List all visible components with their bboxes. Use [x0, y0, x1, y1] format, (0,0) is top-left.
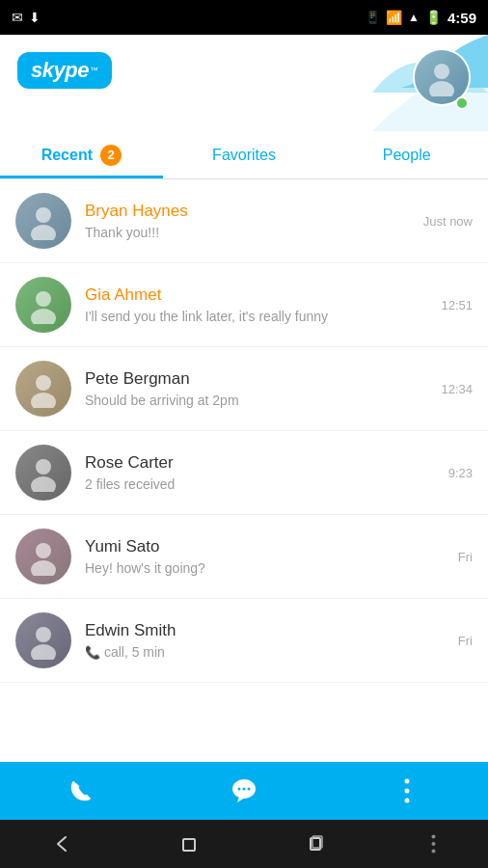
chat-button[interactable] — [221, 768, 267, 814]
svg-point-21 — [404, 799, 409, 803]
status-time: 4:59 — [447, 10, 476, 26]
message-preview: I'll send you the link later, it's reall… — [85, 309, 431, 324]
tab-recent-label: Recent — [41, 147, 93, 164]
conversation-meta: 12:51 — [441, 298, 473, 312]
svg-point-11 — [31, 560, 56, 576]
conversation-content: Rose Carter 2 files received — [85, 453, 439, 492]
tab-favorites[interactable]: Favorites — [163, 131, 326, 178]
signal-icon: ▲ — [408, 11, 420, 24]
tab-recent-badge: 2 — [100, 145, 122, 166]
avatar-image — [15, 445, 71, 501]
chat-icon — [230, 776, 258, 805]
message-preview: 2 files received — [85, 476, 439, 492]
message-preview: Thank you!!! — [85, 225, 414, 240]
bottom-action-bar — [0, 762, 488, 820]
avatar — [15, 193, 71, 249]
svg-point-26 — [431, 842, 435, 846]
gmail-icon: ✉ — [12, 10, 23, 25]
recents-button[interactable] — [305, 833, 326, 854]
svg-point-0 — [434, 64, 449, 79]
svg-point-2 — [36, 207, 51, 223]
svg-marker-15 — [237, 797, 245, 802]
contact-name: Gia Ahmet — [85, 285, 431, 305]
menu-dots-icon — [431, 834, 436, 854]
message-time: 9:23 — [448, 466, 473, 480]
contact-name: Yumi Sato — [85, 537, 448, 556]
conversation-content: Edwin Smith 📞 call, 5 min — [85, 621, 448, 660]
conversation-content: Pete Bergman Should be arriving at 2pm — [85, 369, 431, 408]
menu-dots-button[interactable] — [431, 834, 436, 854]
phone-icon — [68, 777, 95, 804]
conversation-meta: Just now — [423, 214, 473, 229]
conversation-meta: 9:23 — [448, 466, 473, 480]
conversation-meta: 12:34 — [441, 382, 473, 396]
profile-person-icon — [422, 58, 461, 96]
message-time: Fri — [458, 550, 473, 564]
home-icon — [178, 833, 200, 854]
tab-people[interactable]: People — [325, 131, 488, 178]
message-time: 12:51 — [441, 298, 473, 312]
message-time: 12:34 — [441, 382, 473, 396]
svg-point-7 — [31, 393, 56, 408]
avatar — [15, 612, 71, 668]
svg-point-13 — [31, 644, 56, 660]
svg-point-12 — [36, 627, 51, 642]
more-dots-icon — [404, 778, 410, 803]
svg-point-20 — [404, 789, 409, 794]
contact-name: Bryan Haynes — [85, 202, 414, 221]
svg-point-6 — [36, 375, 51, 391]
list-item[interactable]: Pete Bergman Should be arriving at 2pm 1… — [0, 347, 488, 431]
avatar-image — [15, 612, 71, 668]
call-button[interactable] — [58, 768, 104, 814]
message-time: Just now — [423, 214, 473, 229]
tab-people-label: People — [383, 147, 431, 164]
message-preview: Hey! how's it going? — [85, 560, 448, 576]
skype-logo-text: skype — [31, 58, 89, 83]
list-item[interactable]: Gia Ahmet I'll send you the link later, … — [0, 263, 488, 347]
conversation-list: Bryan Haynes Thank you!!! Just now Gia A… — [0, 179, 488, 762]
message-preview: Should be arriving at 2pm — [85, 393, 431, 408]
avatar — [15, 529, 71, 584]
tab-recent[interactable]: Recent 2 — [0, 131, 163, 178]
status-bar: ✉ ⬇ 📱 📶 ▲ 🔋 4:59 — [0, 0, 488, 35]
tabs: Recent 2 Favorites People — [0, 131, 488, 179]
back-button[interactable] — [52, 833, 73, 854]
list-item[interactable]: Bryan Haynes Thank you!!! Just now — [0, 179, 488, 263]
svg-point-19 — [404, 779, 409, 784]
avatar-image — [15, 529, 71, 584]
android-nav-bar — [0, 820, 488, 868]
svg-point-8 — [36, 459, 51, 475]
conversation-meta: Fri — [458, 634, 473, 648]
svg-point-9 — [31, 476, 56, 492]
contact-name: Edwin Smith — [85, 621, 448, 640]
message-time: Fri — [458, 634, 473, 648]
avatar-image — [15, 277, 71, 333]
conversation-content: Gia Ahmet I'll send you the link later, … — [85, 285, 431, 324]
svg-rect-22 — [183, 839, 195, 851]
battery-icon: 🔋 — [425, 10, 442, 25]
list-item[interactable]: Edwin Smith 📞 call, 5 min Fri — [0, 599, 488, 683]
message-preview: 📞 call, 5 min — [85, 644, 448, 660]
svg-point-1 — [429, 81, 454, 96]
list-item[interactable]: Yumi Sato Hey! how's it going? Fri — [0, 515, 488, 599]
avatar — [15, 277, 71, 333]
conversation-content: Bryan Haynes Thank you!!! — [85, 202, 414, 240]
avatar — [15, 361, 71, 417]
svg-point-16 — [237, 788, 240, 791]
contact-name: Rose Carter — [85, 453, 439, 473]
status-bar-right: 📱 📶 ▲ 🔋 4:59 — [366, 10, 476, 26]
list-item[interactable]: Rose Carter 2 files received 9:23 — [0, 431, 488, 515]
wifi-icon: 📶 — [386, 10, 402, 25]
svg-point-5 — [31, 309, 56, 324]
conversation-meta: Fri — [458, 550, 473, 564]
home-button[interactable] — [178, 833, 200, 854]
contact-name: Pete Bergman — [85, 369, 431, 389]
avatar — [15, 445, 71, 501]
svg-point-17 — [242, 788, 245, 791]
online-status-dot — [455, 96, 469, 110]
back-icon — [52, 833, 73, 854]
more-button[interactable] — [384, 768, 430, 814]
tab-favorites-label: Favorites — [212, 147, 276, 164]
svg-point-3 — [31, 225, 56, 240]
skype-logo-tm: ™ — [90, 66, 98, 75]
